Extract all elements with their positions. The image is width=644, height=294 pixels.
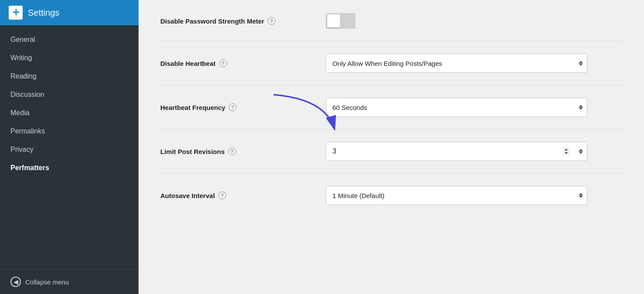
row-control-disable-heartbeat: Disable EverywhereOnly Allow When Editin… [326,54,622,73]
settings-row-heartbeat-frequency: Heartbeat Frequency ? 15 Seconds30 Secon… [160,85,622,130]
label-text: Heartbeat Frequency [160,104,225,111]
select-wrapper-disable-heartbeat: Disable EverywhereOnly Allow When Editin… [326,54,587,73]
row-label-limit-post-revisions: Limit Post Revisions ? [160,147,308,155]
settings-row-autosave-interval: Autosave Interval ? 1 Minute (Default)2 … [160,174,622,217]
row-control-disable-password [326,13,622,29]
collapse-label: Collapse menu [25,278,69,286]
toggle-thumb [327,14,340,27]
row-label-autosave-interval: Autosave Interval ? [160,191,308,199]
sidebar-item-general[interactable]: General [0,31,139,49]
settings-row-disable-password: Disable Password Strength Meter ? [160,9,622,41]
label-text: Disable Password Strength Meter [160,17,264,25]
sidebar-nav: GeneralWritingReadingDiscussionMediaPerm… [0,25,139,269]
sidebar-item-writing[interactable]: Writing [0,49,139,67]
label-text: Limit Post Revisions [160,148,225,155]
settings-content: Disable Password Strength Meter ? Disabl… [139,0,644,235]
help-icon-disable-heartbeat[interactable]: ? [219,59,227,67]
main-content: Disable Password Strength Meter ? Disabl… [139,0,644,294]
row-label-disable-heartbeat: Disable Heartbeat ? [160,59,308,67]
select-autosave-interval[interactable]: 1 Minute (Default)2 Minutes5 Minutes10 M… [326,186,587,205]
collapse-menu-button[interactable]: ◀ Collapse menu [0,269,139,294]
wordpress-logo: ✛ [9,6,23,20]
toggle-disable-password[interactable] [326,13,356,29]
row-control-limit-post-revisions [326,142,622,161]
help-icon-autosave-interval[interactable]: ? [218,191,226,199]
sidebar-item-media[interactable]: Media [0,104,139,122]
sidebar: ✛ Settings GeneralWritingReadingDiscussi… [0,0,139,294]
collapse-icon: ◀ [10,277,21,287]
help-icon-disable-password[interactable]: ? [268,17,275,25]
number-input-limit-post-revisions[interactable] [326,142,587,161]
help-icon-heartbeat-frequency[interactable]: ? [229,103,237,111]
sidebar-item-permalinks[interactable]: Permalinks [0,122,139,140]
sidebar-item-reading[interactable]: Reading [0,67,139,85]
select-heartbeat-frequency[interactable]: 15 Seconds30 Seconds60 Seconds90 Seconds… [326,98,587,117]
row-control-heartbeat-frequency: 15 Seconds30 Seconds60 Seconds90 Seconds… [326,98,622,117]
sidebar-title: Settings [28,8,59,18]
sidebar-item-discussion[interactable]: Discussion [0,85,139,104]
row-control-autosave-interval: 1 Minute (Default)2 Minutes5 Minutes10 M… [326,186,622,205]
settings-row-limit-post-revisions: Limit Post Revisions ? [160,130,622,174]
row-label-heartbeat-frequency: Heartbeat Frequency ? [160,103,308,111]
help-icon-limit-post-revisions[interactable]: ? [228,147,236,155]
label-text: Disable Heartbeat [160,60,216,67]
select-disable-heartbeat[interactable]: Disable EverywhereOnly Allow When Editin… [326,54,587,73]
sidebar-item-perfmatters[interactable]: Perfmatters [0,159,139,177]
settings-row-disable-heartbeat: Disable Heartbeat ? Disable EverywhereOn… [160,41,622,85]
row-label-disable-password: Disable Password Strength Meter ? [160,17,308,25]
number-wrapper-limit-post-revisions [326,142,587,161]
select-wrapper-heartbeat-frequency: 15 Seconds30 Seconds60 Seconds90 Seconds… [326,98,587,117]
sidebar-item-privacy[interactable]: Privacy [0,140,139,159]
sidebar-header: ✛ Settings [0,0,139,25]
select-wrapper-autosave-interval: 1 Minute (Default)2 Minutes5 Minutes10 M… [326,186,587,205]
label-text: Autosave Interval [160,192,215,199]
